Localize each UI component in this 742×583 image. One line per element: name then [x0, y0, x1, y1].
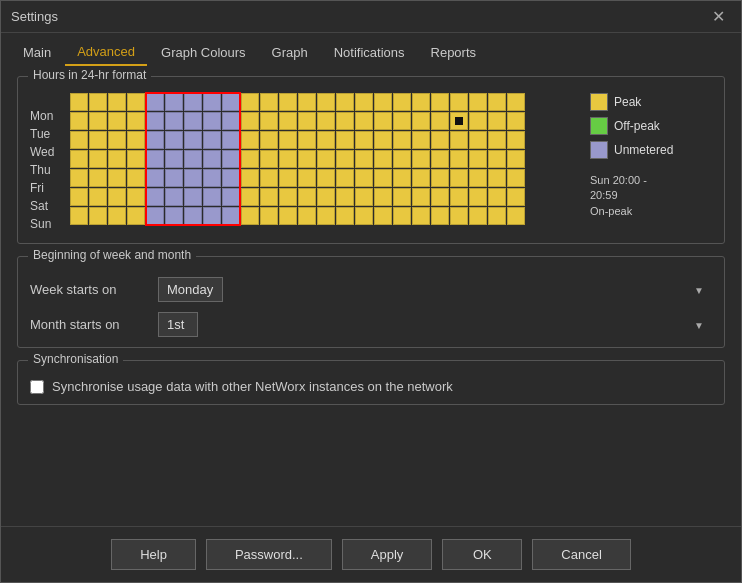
cell-5-15[interactable]: [355, 188, 373, 206]
cell-6-17[interactable]: [393, 207, 411, 225]
cell-6-2[interactable]: [108, 207, 126, 225]
cell-2-4[interactable]: [146, 131, 164, 149]
cell-4-12[interactable]: [298, 169, 316, 187]
cell-4-7[interactable]: [203, 169, 221, 187]
cell-4-17[interactable]: [393, 169, 411, 187]
cell-0-4[interactable]: [146, 93, 164, 111]
cell-5-19[interactable]: [431, 188, 449, 206]
cell-2-3[interactable]: [127, 131, 145, 149]
cell-1-2[interactable]: [108, 112, 126, 130]
week-select[interactable]: Monday Sunday: [158, 277, 223, 302]
cell-6-18[interactable]: [412, 207, 430, 225]
cell-2-10[interactable]: [260, 131, 278, 149]
cell-2-22[interactable]: [488, 131, 506, 149]
cell-1-18[interactable]: [412, 112, 430, 130]
cell-3-16[interactable]: [374, 150, 392, 168]
cell-6-10[interactable]: [260, 207, 278, 225]
cell-1-3[interactable]: [127, 112, 145, 130]
cell-5-10[interactable]: [260, 188, 278, 206]
cell-6-4[interactable]: [146, 207, 164, 225]
cell-4-5[interactable]: [165, 169, 183, 187]
cell-0-11[interactable]: [279, 93, 297, 111]
cell-3-4[interactable]: [146, 150, 164, 168]
password-button[interactable]: Password...: [206, 539, 332, 570]
hours-grid[interactable]: [70, 93, 570, 233]
cell-4-22[interactable]: [488, 169, 506, 187]
tab-main[interactable]: Main: [11, 39, 63, 66]
cell-1-5[interactable]: [165, 112, 183, 130]
cell-4-8[interactable]: [222, 169, 240, 187]
cell-4-14[interactable]: [336, 169, 354, 187]
cell-5-5[interactable]: [165, 188, 183, 206]
cell-6-14[interactable]: [336, 207, 354, 225]
cell-6-16[interactable]: [374, 207, 392, 225]
tab-notifications[interactable]: Notifications: [322, 39, 417, 66]
cell-5-16[interactable]: [374, 188, 392, 206]
cell-4-10[interactable]: [260, 169, 278, 187]
cell-1-7[interactable]: [203, 112, 221, 130]
cell-5-1[interactable]: [89, 188, 107, 206]
cell-3-17[interactable]: [393, 150, 411, 168]
cancel-button[interactable]: Cancel: [532, 539, 630, 570]
cell-5-0[interactable]: [70, 188, 88, 206]
cell-3-15[interactable]: [355, 150, 373, 168]
cell-5-14[interactable]: [336, 188, 354, 206]
cell-5-11[interactable]: [279, 188, 297, 206]
cell-5-12[interactable]: [298, 188, 316, 206]
cell-2-5[interactable]: [165, 131, 183, 149]
cell-2-15[interactable]: [355, 131, 373, 149]
cell-3-6[interactable]: [184, 150, 202, 168]
week-select-wrapper[interactable]: Monday Sunday: [158, 277, 712, 302]
cell-2-8[interactable]: [222, 131, 240, 149]
cell-2-14[interactable]: [336, 131, 354, 149]
cell-5-17[interactable]: [393, 188, 411, 206]
cell-4-9[interactable]: [241, 169, 259, 187]
cell-6-11[interactable]: [279, 207, 297, 225]
cell-4-4[interactable]: [146, 169, 164, 187]
cell-3-20[interactable]: [450, 150, 468, 168]
cell-4-2[interactable]: [108, 169, 126, 187]
cell-2-18[interactable]: [412, 131, 430, 149]
cell-6-20[interactable]: [450, 207, 468, 225]
cell-4-21[interactable]: [469, 169, 487, 187]
cell-1-12[interactable]: [298, 112, 316, 130]
cell-3-5[interactable]: [165, 150, 183, 168]
cell-2-20[interactable]: [450, 131, 468, 149]
cell-3-18[interactable]: [412, 150, 430, 168]
cell-2-12[interactable]: [298, 131, 316, 149]
close-button[interactable]: ✕: [706, 5, 731, 28]
cell-6-23[interactable]: [507, 207, 525, 225]
tab-advanced[interactable]: Advanced: [65, 39, 147, 66]
cell-6-1[interactable]: [89, 207, 107, 225]
cell-4-19[interactable]: [431, 169, 449, 187]
cell-1-9[interactable]: [241, 112, 259, 130]
ok-button[interactable]: OK: [442, 539, 522, 570]
cell-5-3[interactable]: [127, 188, 145, 206]
tab-graph[interactable]: Graph: [260, 39, 320, 66]
cell-1-6[interactable]: [184, 112, 202, 130]
cell-1-16[interactable]: [374, 112, 392, 130]
cell-0-13[interactable]: [317, 93, 335, 111]
cell-6-21[interactable]: [469, 207, 487, 225]
cell-2-21[interactable]: [469, 131, 487, 149]
cell-2-13[interactable]: [317, 131, 335, 149]
cell-2-16[interactable]: [374, 131, 392, 149]
cell-1-4[interactable]: [146, 112, 164, 130]
cell-0-1[interactable]: [89, 93, 107, 111]
cell-0-9[interactable]: [241, 93, 259, 111]
cell-2-17[interactable]: [393, 131, 411, 149]
cell-3-1[interactable]: [89, 150, 107, 168]
cell-0-20[interactable]: [450, 93, 468, 111]
cell-5-21[interactable]: [469, 188, 487, 206]
cell-3-21[interactable]: [469, 150, 487, 168]
month-select[interactable]: 1st 2nd 3rd: [158, 312, 198, 337]
cell-2-6[interactable]: [184, 131, 202, 149]
cell-4-1[interactable]: [89, 169, 107, 187]
cell-6-6[interactable]: [184, 207, 202, 225]
cell-3-23[interactable]: [507, 150, 525, 168]
cell-3-13[interactable]: [317, 150, 335, 168]
cell-1-19[interactable]: [431, 112, 449, 130]
cell-3-11[interactable]: [279, 150, 297, 168]
cell-5-8[interactable]: [222, 188, 240, 206]
cell-0-8[interactable]: [222, 93, 240, 111]
